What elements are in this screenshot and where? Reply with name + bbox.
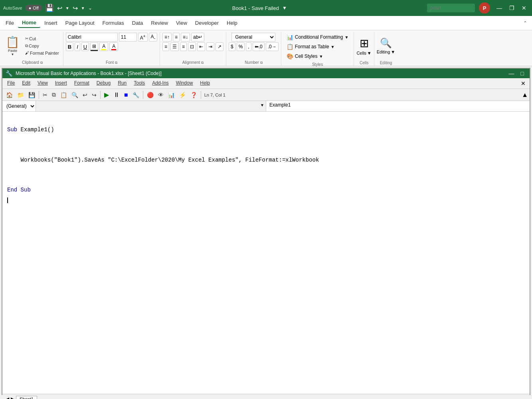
restore-button[interactable]: ❐ [507,4,517,12]
ribbon-collapse[interactable]: ⌃ [520,19,530,28]
orientation-button[interactable]: ↗ [216,42,223,51]
menu-data[interactable]: Data [128,18,147,28]
format-painter-button[interactable]: 🖌 Format Painter [24,50,61,56]
vba-menu-window[interactable]: Window [173,79,196,88]
align-left-button[interactable]: ≡ [162,42,169,51]
menu-formulas[interactable]: Formulas [99,18,128,28]
vba-menu-file[interactable]: File [4,79,18,88]
menu-file[interactable]: File [2,18,18,28]
font-family-input[interactable] [66,33,118,41]
indent-decrease-button[interactable]: ⇤ [197,42,205,51]
vba-help-btn[interactable]: ❓ [188,91,199,99]
cell-styles-button[interactable]: 🎨 Cell Styles ▼ [284,52,326,61]
number-format-select[interactable]: General Number Currency Percentage Date [231,33,275,41]
vba-menu-tools[interactable]: Tools [131,79,148,88]
menu-help[interactable]: Help [223,18,241,28]
undo-dropdown-icon[interactable]: ▼ [65,6,69,10]
increase-decimal-button[interactable]: .0→ [266,42,279,51]
vba-find-btn[interactable]: 🔍 [69,91,80,99]
close-button[interactable]: ✕ [519,4,529,12]
vba-code-area[interactable]: Sub Example1() Workbooks("Book1").SaveAs… [2,112,530,394]
conditional-formatting-button[interactable]: 📊 Conditional Formatting ▼ [284,33,352,41]
decrease-decimal-button[interactable]: ⬅.0 [253,42,265,51]
vba-menu-addins[interactable]: Add-Ins [149,79,172,88]
underline-button[interactable]: U [81,42,89,51]
vba-pause-btn[interactable]: ⏸ [111,90,122,100]
vba-menu-debug[interactable]: Debug [93,79,114,88]
vba-restore-button[interactable]: □ [518,70,526,77]
copy-button[interactable]: ⧉ Copy [24,43,61,49]
vba-status-scroll-right[interactable]: ▶ [11,396,14,399]
redo-dropdown-icon[interactable]: ▼ [81,6,85,10]
vba-locals-btn[interactable]: 📊 [166,91,177,99]
vba-status-scroll-left[interactable]: ◀ [6,396,9,399]
paste-button[interactable]: 📋 Paste ▼ [4,35,21,57]
currency-button[interactable]: $ [229,42,235,51]
fill-color-button[interactable]: A [99,42,108,51]
menu-developer[interactable]: Developer [191,18,223,28]
align-middle-button[interactable]: ≡ [173,33,180,41]
vba-object-selector[interactable]: (General) [2,101,36,111]
format-as-table-button[interactable]: 📋 Format as Table ▼ [284,42,338,51]
increase-font-button[interactable]: A+ [138,33,148,41]
title-dropdown[interactable]: ▼ [282,5,287,11]
vba-stop-btn[interactable]: ■ [122,90,130,100]
align-right-button[interactable]: ≡ [180,42,187,51]
vba-menu-edit[interactable]: Edit [19,79,34,88]
paste-label: Paste [8,49,17,53]
code-line-blank-3 [7,145,525,155]
wrap-text-button[interactable]: ab↵ [191,33,204,41]
vba-scroll-up[interactable]: ▲ [522,91,528,99]
menu-insert[interactable]: Insert [40,18,61,28]
vba-menu-run[interactable]: Run [115,79,130,88]
redo-icon[interactable]: ↪ [73,4,78,12]
undo-icon[interactable]: ↩ [57,4,62,12]
decrease-font-button[interactable]: A- [149,33,157,41]
avatar[interactable]: P [479,2,490,14]
italic-button[interactable]: I [75,42,80,51]
comma-button[interactable]: , [246,42,251,51]
vba-design-btn[interactable]: 🔧 [131,91,141,99]
cells-icon[interactable]: ⊞ [360,37,369,50]
minimize-button[interactable]: — [494,4,504,12]
vba-copy-btn[interactable]: ⧉ [50,90,58,99]
vba-menu-format[interactable]: Format [71,79,93,88]
autosave-toggle[interactable]: ● Off [26,5,42,11]
vba-run-btn[interactable]: ▶ [102,90,111,100]
border-button[interactable]: ⊞ [90,42,98,51]
vba-menu-view[interactable]: View [34,79,51,88]
align-top-button[interactable]: ≡↑ [162,33,172,41]
save-icon[interactable]: 💾 [45,4,54,12]
editing-icon[interactable]: 🔍 [380,38,392,49]
merge-button[interactable]: ⊡ [188,42,196,51]
vba-cut-btn[interactable]: ✂ [41,91,49,99]
indent-increase-button[interactable]: ⇥ [206,42,214,51]
vba-immediate-btn[interactable]: ⚡ [177,91,188,99]
vba-redo-btn[interactable]: ↪ [90,91,99,99]
align-center-button[interactable]: ☰ [170,42,179,51]
cut-button[interactable]: ✂ Cut [24,36,61,42]
vba-save-btn[interactable]: 💾 [26,91,37,99]
vba-menu-insert[interactable]: Insert [52,79,70,88]
align-bottom-button[interactable]: ≡↓ [181,33,190,41]
search-input[interactable] [427,4,475,12]
vba-excel-icon[interactable]: 🏠 [4,91,15,99]
font-size-input[interactable] [119,33,137,41]
vba-breakpoint-btn[interactable]: 🔴 [145,91,156,99]
vba-paste-btn[interactable]: 📋 [58,91,69,99]
quick-access-more[interactable]: ⌄ [88,5,92,11]
vba-file-view-btn[interactable]: 📁 [15,91,26,99]
vba-undo-btn[interactable]: ↩ [81,91,89,99]
vba-close-icon[interactable]: ✕ [518,79,528,88]
menu-review[interactable]: Review [147,18,172,28]
menu-view[interactable]: View [172,18,191,28]
menu-home[interactable]: Home [18,18,40,28]
bold-button[interactable]: B [66,42,73,51]
vba-menu-help[interactable]: Help [197,79,213,88]
menu-page-layout[interactable]: Page Layout [61,18,99,28]
vba-sheet-tab[interactable]: Sheet1 [16,396,37,399]
percent-button[interactable]: % [237,42,245,51]
vba-minimize-button[interactable]: — [506,70,517,77]
vba-watch-btn[interactable]: 👁 [156,91,166,99]
font-color-button[interactable]: A [109,42,118,51]
